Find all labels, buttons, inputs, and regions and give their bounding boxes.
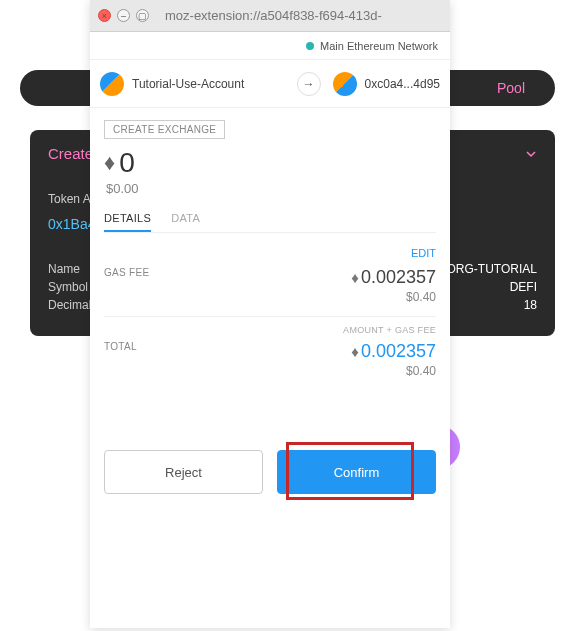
to-avatar [333, 72, 357, 96]
address-bar: moz-extension://a504f838-f694-413d- [165, 8, 382, 23]
chevron-down-icon [525, 148, 537, 160]
total-fine-label: AMOUNT + GAS FEE [104, 325, 436, 335]
tx-amount: ♦ 0 [104, 147, 436, 179]
eth-icon: ♦ [351, 269, 359, 286]
reject-button[interactable]: Reject [104, 450, 263, 494]
tab-data[interactable]: DATA [171, 212, 200, 232]
gas-fee-usd: $0.40 [351, 290, 436, 304]
gas-fee-row: GAS FEE ♦ 0.002357 $0.40 [104, 267, 436, 304]
arrow-right-icon: → [297, 72, 321, 96]
blank-area [90, 508, 450, 628]
tab-details[interactable]: DETAILS [104, 212, 151, 232]
tx-tabs: DETAILS DATA [104, 212, 436, 233]
total-usd: $0.40 [351, 364, 436, 378]
nav-pool[interactable]: Pool [497, 80, 525, 96]
total-row: TOTAL ♦ 0.002357 $0.40 [104, 341, 436, 378]
confirm-button[interactable]: Confirm [277, 450, 436, 494]
gas-fee-eth: 0.002357 [361, 267, 436, 288]
extension-popup: × – ▢ moz-extension://a504f838-f694-413d… [90, 0, 450, 628]
tx-type-badge: CREATE EXCHANGE [104, 120, 225, 139]
network-name: Main Ethereum Network [320, 40, 438, 52]
panel-title: Create [48, 145, 93, 162]
network-bar: Main Ethereum Network [90, 32, 450, 60]
eth-icon: ♦ [104, 150, 115, 176]
total-label: TOTAL [104, 341, 137, 352]
from-account-name: Tutorial-Use-Account [132, 77, 244, 91]
gas-fee-label: GAS FEE [104, 267, 149, 278]
window-titlebar: × – ▢ moz-extension://a504f838-f694-413d… [90, 0, 450, 32]
tx-content: CREATE EXCHANGE ♦ 0 $0.00 DETAILS DATA E… [90, 108, 450, 396]
minimize-icon[interactable]: – [117, 9, 130, 22]
network-status-dot [306, 42, 314, 50]
maximize-icon[interactable]: ▢ [136, 9, 149, 22]
button-row: Reject Confirm [90, 436, 450, 508]
amount-usd: $0.00 [106, 181, 436, 196]
from-avatar [100, 72, 124, 96]
divider [104, 316, 436, 317]
total-eth: 0.002357 [361, 341, 436, 362]
edit-gas-link[interactable]: EDIT [104, 247, 436, 259]
amount-eth: 0 [119, 147, 135, 179]
to-account-address: 0xc0a4...4d95 [365, 77, 440, 91]
close-icon[interactable]: × [98, 9, 111, 22]
eth-icon: ♦ [351, 343, 359, 360]
accounts-row: Tutorial-Use-Account → 0xc0a4...4d95 [90, 60, 450, 108]
